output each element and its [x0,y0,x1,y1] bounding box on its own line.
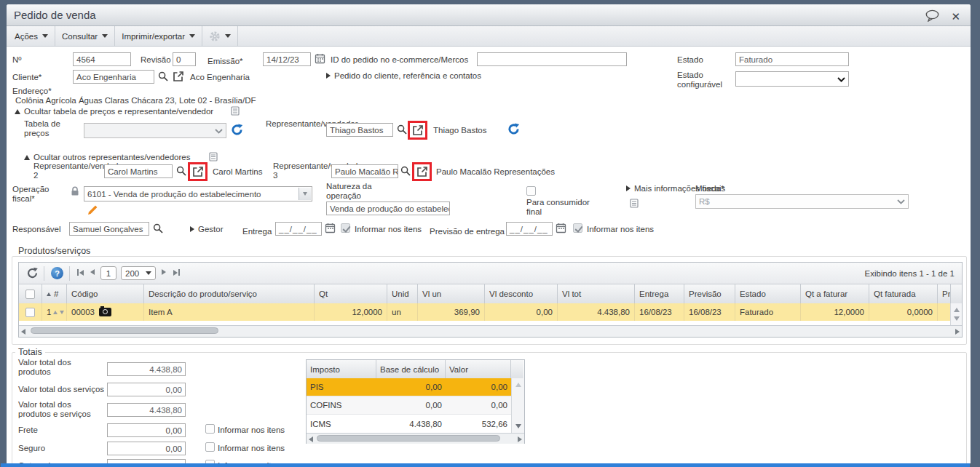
notes-icon[interactable] [630,199,639,208]
base-col-header[interactable]: Base de cálculo [376,360,446,378]
scroll-left-icon[interactable] [309,436,313,442]
search-icon[interactable] [153,223,163,234]
scroll-right-icon[interactable] [955,329,960,335]
search-icon[interactable] [400,166,411,176]
search-icon[interactable] [176,166,186,176]
emissao-input[interactable]: 14/12/23 [263,52,311,66]
gestor-toggle[interactable]: Gestor [190,225,224,234]
col-header-qt[interactable]: Qt [315,284,387,303]
entrega-date-input[interactable]: __/__/__ [275,222,322,236]
previsao-informar-checkbox[interactable] [573,223,582,233]
page-size-select[interactable]: 200 [121,266,156,280]
col-header-qt-a-faturar[interactable]: Qt a faturar [801,284,869,303]
tax-row-icms[interactable]: ICMS 4.438,80 532,66 [307,415,524,433]
calendar-icon[interactable] [315,53,325,64]
col-header-codigo[interactable]: Código [67,284,144,303]
valor-col-header[interactable]: Valor [446,360,511,378]
representante2-input[interactable]: Carol Martins [104,164,173,178]
imposto-col-header[interactable]: Imposto [307,360,376,378]
representante-input[interactable]: Thiago Bastos [326,123,393,137]
cliente-input[interactable]: Aco Engenharia [73,70,154,84]
ocultar-tabela-toggle[interactable]: Ocultar tabela de preços e representante… [15,107,213,116]
menu-settings[interactable] [202,26,238,46]
open-record-icon-highlighted[interactable] [188,162,208,181]
revisao-input[interactable]: 0 [173,52,196,66]
refresh-icon[interactable] [507,123,520,135]
last-page-button[interactable] [173,269,180,276]
col-header-descricao[interactable]: Descrição do produto/serviço [144,284,315,303]
horizontal-scrollbar[interactable] [19,325,962,337]
col-header-unid[interactable]: Unid [387,284,418,303]
scroll-up-icon[interactable] [515,383,521,387]
col-header-vl-un[interactable]: Vl un [418,284,485,303]
tax-row-cofins[interactable]: COFINS 0,00 0,00 [307,396,524,415]
menu-acoes[interactable]: Ações [8,26,55,46]
move-down-icon[interactable] [60,311,64,314]
col-header-qt-faturada[interactable]: Qt faturada [869,284,938,303]
tax-row-pis[interactable]: PIS 0,00 0,00 [307,378,524,396]
vertical-scrollbar[interactable] [950,303,962,325]
impostos-vertical-scrollbar[interactable] [511,378,524,433]
ocultar-outros-toggle[interactable]: Ocultar outros representantes/vendedores [24,153,190,161]
next-page-button[interactable] [162,269,166,275]
chevron-down-icon[interactable] [299,188,311,200]
consumidor-final-checkbox[interactable] [526,186,536,196]
menu-consultar[interactable]: Consultar [55,26,115,46]
search-icon[interactable] [158,71,168,81]
frete-informar-checkbox[interactable] [205,424,215,434]
notes-icon[interactable] [209,152,218,161]
open-record-icon-highlighted[interactable] [412,162,432,181]
col-header-estado[interactable]: Estado [735,284,801,303]
seguro-input[interactable]: 0,00 [107,442,186,455]
col-header-entrega[interactable]: Entrega [635,284,684,303]
page-number-input[interactable]: 1 [100,266,116,280]
seguro-informar-checkbox[interactable] [205,442,215,452]
select-all-header[interactable] [19,284,42,303]
notes-icon[interactable] [231,106,240,116]
search-icon[interactable] [397,124,407,135]
frete-input[interactable]: 0,00 [107,423,186,437]
col-header-previsao[interactable]: Previsão [684,284,735,303]
calendar-icon[interactable] [325,223,336,234]
col-header-vl-desconto[interactable]: Vl desconto [485,284,558,303]
impostos-horizontal-scrollbar[interactable] [307,433,524,444]
help-icon[interactable]: ? [51,267,63,279]
col-header-vl-tot[interactable]: Vl tot [558,284,635,303]
refresh-icon[interactable] [26,267,39,279]
first-page-button[interactable] [77,269,84,276]
menu-imprimir-exportar[interactable]: Imprimir/exportar [115,26,202,46]
responsavel-input[interactable]: Samuel Gonçalves [69,222,149,236]
scroll-down-icon[interactable] [515,424,521,428]
scrollbar-thumb[interactable] [31,327,218,334]
refresh-icon[interactable] [231,124,243,136]
prev-page-button[interactable] [90,269,95,275]
pedido-cliente-toggle[interactable]: Pedido do cliente, referência e contatos [326,71,481,80]
entrega-informar-checkbox[interactable] [341,223,350,233]
scroll-left-icon[interactable] [21,329,25,335]
col-header-pro[interactable]: Pro [938,284,950,303]
open-record-icon[interactable] [173,71,184,82]
scrollbar-thumb[interactable] [317,435,500,442]
camera-icon[interactable] [99,308,111,316]
moeda-select[interactable]: R$ [695,194,909,209]
col-header-num[interactable]: # [42,284,67,303]
scroll-right-icon[interactable] [518,436,522,442]
select-all-checkbox[interactable] [25,290,35,299]
previsao-entrega-date-input[interactable]: __/__/__ [506,222,553,236]
natureza-operacao-input[interactable]: Venda de produção do estabelecime [326,201,450,215]
scroll-up-icon[interactable] [954,308,960,312]
move-up-icon[interactable] [53,311,58,314]
estado-configuravel-select[interactable] [735,71,849,87]
representante3-input[interactable]: Paulo Macalão R [331,164,398,178]
numero-input[interactable]: 4564 [73,52,131,66]
scroll-down-icon[interactable] [954,316,960,321]
pencil-icon[interactable] [87,204,98,216]
close-icon[interactable]: ✕ [951,10,960,23]
calendar-icon[interactable] [556,223,566,234]
open-record-icon-highlighted[interactable] [408,121,427,140]
tabela-precos-select[interactable] [84,123,226,138]
operacao-fiscal-select[interactable]: 6101 - Venda de produção do estabelecime… [84,186,312,201]
table-row[interactable]: 1 00003 Item A 12,0000 un 369,90 0,00 4.… [19,303,950,321]
row-checkbox[interactable] [25,308,35,317]
id-ecommerce-input[interactable] [477,52,627,66]
